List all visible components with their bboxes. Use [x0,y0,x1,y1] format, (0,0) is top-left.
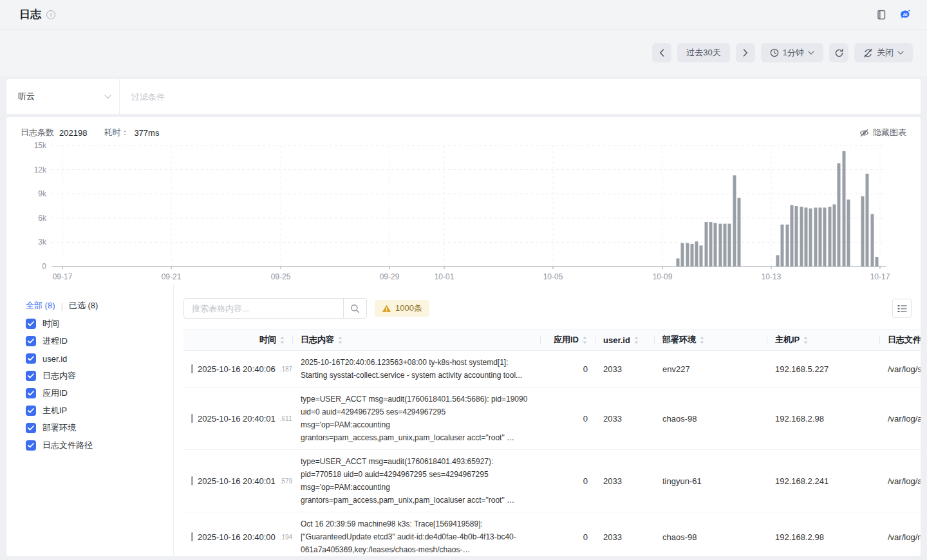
host-ip-cell: 192.168.2.98 [767,414,880,424]
chevron-down-icon [808,51,814,55]
field-checkbox-item[interactable]: 主机IP [26,406,173,416]
time-value: 2025-10-16 20:40:00 [198,532,276,542]
time-ms: .187 [280,366,292,373]
table-row[interactable]: 2025-10-16 20:40:01.611 type=USER_ACCT m… [183,387,921,450]
table-search-input[interactable] [184,299,343,318]
table-row[interactable]: 2025-10-16 20:40:01.579 type=USER_ACCT m… [183,450,921,512]
datasource-selected-value: 听云 [18,91,35,102]
log-count-value: 202198 [59,128,87,138]
search-button[interactable] [343,299,366,318]
table-area: 1000条 时间 日志内容 应用ID user.id 部署环境 主机IP 日志文… [174,284,921,556]
svg-text:3k: 3k [38,238,47,247]
auto-refresh-off-icon [863,48,873,58]
field-checkbox-item[interactable]: 应用ID [26,388,173,398]
field-label: 进程ID [42,335,68,347]
sort-icon[interactable] [279,336,285,344]
info-icon[interactable]: i [46,10,55,19]
checkbox-checked-icon[interactable] [26,388,36,398]
column-label: 日志内容 [301,334,334,346]
content-cell: Oct 16 20:39:59 machine98 k3s: Trace[156… [293,512,541,556]
field-label: 日志内容 [42,370,76,382]
filter-condition-input[interactable] [120,79,921,114]
row-marker [191,532,193,541]
warning-icon [382,304,391,313]
duration-value: 377ms [134,128,159,138]
refresh-button[interactable] [829,43,848,62]
chevron-right-icon [743,49,748,57]
column-header[interactable]: 部署环境 [655,330,767,350]
table-row[interactable]: 2025-10-16 20:40:06.187 2025-10-16T20:40… [183,351,921,387]
selected-count-link[interactable]: 已选 (8) [69,300,98,312]
field-checkbox-item[interactable]: 日志文件路径 [26,440,173,451]
checkbox-checked-icon[interactable] [26,440,36,451]
interval-dropdown[interactable]: 1分钟 [761,43,823,62]
hide-chart-toggle[interactable]: 隐藏图表 [859,127,906,138]
interval-label: 1分钟 [783,47,804,59]
checkbox-checked-icon[interactable] [26,371,36,381]
row-marker [191,364,193,373]
filter-bar: 听云 [6,79,921,114]
checkbox-checked-icon[interactable] [26,336,36,346]
column-header[interactable]: user.id [595,330,655,350]
next-range-button[interactable] [736,43,755,62]
time-range-button[interactable]: 过去30天 [677,43,729,62]
time-cell: 2025-10-16 20:40:01.579 [183,476,293,486]
user-id-cell: 2033 [595,414,655,424]
log-table-body: 2025-10-16 20:40:06.187 2025-10-16T20:40… [183,351,921,556]
doc-icon[interactable] [876,9,887,21]
column-header[interactable]: 日志内容 [293,330,541,350]
view-settings-button[interactable] [892,299,912,318]
time-toolbar: 过去30天 1分钟 关闭 [0,30,927,76]
host-ip-cell: 192.168.5.227 [767,364,880,374]
column-header[interactable]: 时间 [183,330,293,350]
checkbox-checked-icon[interactable] [26,423,36,433]
sort-icon[interactable] [699,336,705,344]
auto-refresh-dropdown[interactable]: 关闭 [854,43,913,62]
checkbox-checked-icon[interactable] [26,353,36,364]
refresh-icon [834,48,844,58]
sort-icon[interactable] [582,336,588,344]
prev-range-button[interactable] [652,43,671,62]
user-id-cell: 2033 [595,532,655,542]
log-path-cell: /var/log/a [880,476,921,486]
check-icon [28,356,34,361]
content-cell: type=USER_ACCT msg=audit(1760618401.564:… [293,387,541,449]
check-icon [28,339,34,344]
svg-text:15k: 15k [34,141,47,150]
log-path-cell: /var/log/m [880,532,921,542]
checkbox-checked-icon[interactable] [26,406,36,416]
svg-text:10-05: 10-05 [543,272,563,281]
log-path-cell: /var/log/s [880,364,921,374]
sort-icon[interactable] [337,336,343,344]
log-path-cell: /var/log/a [880,414,921,424]
field-checkbox-item[interactable]: 日志内容 [26,371,173,381]
table-row[interactable]: 2025-10-16 20:40:00.194 Oct 16 20:39:59 … [183,512,921,556]
field-checkbox-item[interactable]: 时间 [26,319,173,329]
column-header[interactable]: 日志文件路径 [880,330,921,350]
svg-text:10-17: 10-17 [870,272,890,281]
field-checkbox-item[interactable]: 进程ID [26,336,173,346]
checkbox-checked-icon[interactable] [26,319,36,329]
svg-text:09-25: 09-25 [271,272,291,281]
column-header[interactable]: 主机IP [767,330,880,350]
svg-text:12k: 12k [34,165,47,174]
app-id-cell: 0 [541,364,595,374]
field-checkbox-item[interactable]: user.id [26,353,173,364]
log-histogram: 03k6k9k12k15k09-1709-2109-2509-2910-0110… [6,141,921,284]
field-label: 主机IP [42,405,67,416]
select-all-link[interactable]: 全部 (8) [26,300,55,312]
sort-icon[interactable] [633,336,639,344]
ai-assistant-icon[interactable]: AI [897,7,913,23]
eye-off-icon [859,129,869,137]
column-header[interactable]: 应用ID [541,330,595,350]
field-label: 部署环境 [42,422,76,434]
top-header: 日志 i AI [0,0,927,30]
svg-text:10-09: 10-09 [653,272,673,281]
sort-icon[interactable] [803,336,809,344]
field-checkbox-item[interactable]: 部署环境 [26,423,173,433]
list-view-icon [897,304,907,313]
time-cell: 2025-10-16 20:40:06.187 [183,364,293,374]
datasource-select[interactable]: 听云 [6,79,120,114]
host-ip-cell: 192.168.2.241 [767,476,880,486]
log-table: 时间 日志内容 应用ID user.id 部署环境 主机IP 日志文件路径 20… [183,329,921,556]
